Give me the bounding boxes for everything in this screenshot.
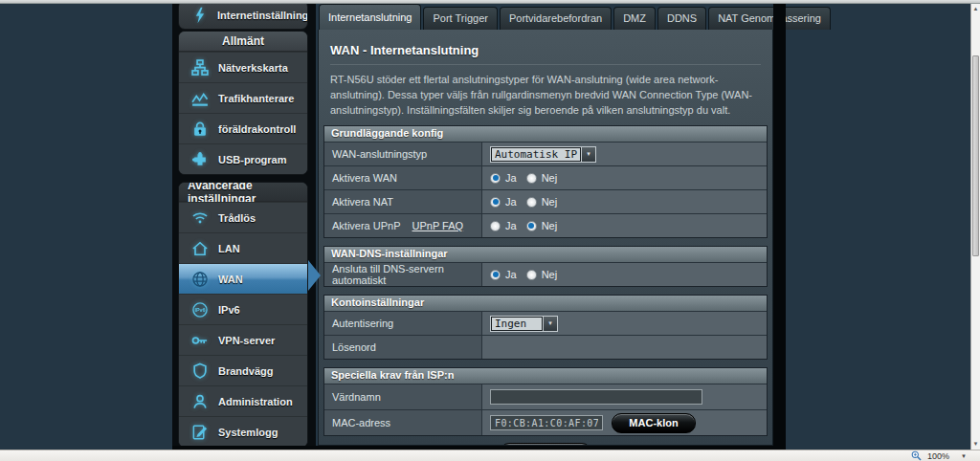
mac-clone-button[interactable]: MAC-klon xyxy=(612,413,696,433)
radio-label: Nej xyxy=(542,196,558,208)
scroll-down-arrow-icon[interactable]: ▼ xyxy=(971,439,980,450)
sidebar-item-label: Internetinställning xyxy=(217,10,308,21)
scroll-up-arrow-icon[interactable]: ▲ xyxy=(971,4,980,14)
tab-port-trigger[interactable]: Port Trigger xyxy=(423,7,497,30)
lightning-icon xyxy=(190,6,210,25)
sidebar-group-header: Allmänt xyxy=(179,32,307,52)
section-account: Kontoinställningar Autentisering Ingen ▾… xyxy=(323,295,768,360)
lock-icon xyxy=(190,120,210,139)
radio-icon xyxy=(526,197,537,208)
sidebar-item-label: WAN xyxy=(218,274,243,285)
sidebar-item-wan[interactable]: WAN xyxy=(179,263,307,294)
sidebar-item-vpn-server[interactable]: VPN-server xyxy=(179,324,307,355)
radio-nat-no[interactable]: Nej xyxy=(526,196,558,208)
sidebar-item-systemlogg[interactable]: Systemlogg xyxy=(179,416,307,447)
sidebar-item-ipv6[interactable]: IPv6 IPv6 xyxy=(179,294,307,324)
sidebar-item-foraldrakontroll[interactable]: föräldrakontroll xyxy=(179,113,307,143)
field-label: Autentisering xyxy=(332,318,393,329)
sidebar-item-brandvagg[interactable]: Brandvägg xyxy=(179,355,307,385)
content-right-gutter xyxy=(773,4,786,450)
section-header: Speciella krav från ISP:n xyxy=(324,368,767,384)
tab-nat-genompassering[interactable]: NAT Genompassering xyxy=(708,7,831,30)
radio-nat-yes[interactable]: Ja xyxy=(490,196,517,208)
tab-dmz[interactable]: DMZ xyxy=(613,7,656,30)
sidebar-item-label: Administration xyxy=(218,396,293,407)
row-wan-type: WAN-anslutningstyp Automatisk IP ▾ xyxy=(324,142,767,165)
section-isp-requirements: Speciella krav från ISP:n Värdnamn MAC-a… xyxy=(323,367,768,436)
section-header: Kontoinställningar xyxy=(324,296,767,311)
field-label: Värdnamn xyxy=(332,391,381,403)
wan-type-select[interactable]: Automatisk IP ▾ xyxy=(490,146,596,163)
puzzle-icon xyxy=(190,150,210,169)
sidebar-item-lan[interactable]: LAN xyxy=(179,232,307,263)
tab-portvidarebefordran[interactable]: Portvidarebefordran xyxy=(500,7,612,30)
hostname-input[interactable] xyxy=(490,389,702,405)
sidebar-group-header: Avancerade inställningar xyxy=(179,183,307,202)
radio-label: Nej xyxy=(542,269,558,280)
svg-text:IPv6: IPv6 xyxy=(194,307,205,313)
browser-status-bar: 100% ▼ xyxy=(0,450,980,461)
sidebar-item-label: Trådlös xyxy=(218,212,256,224)
radio-dns-no[interactable]: Nej xyxy=(526,269,558,280)
authentication-select[interactable]: Ingen ▾ xyxy=(490,316,558,332)
sidebar-item-tradlos[interactable]: Trådlös xyxy=(179,202,307,232)
person-icon xyxy=(190,392,210,411)
magnifier-plus-icon[interactable] xyxy=(911,450,922,461)
upnp-faq-link[interactable]: UPnP FAQ xyxy=(412,220,464,231)
radio-icon xyxy=(490,173,501,184)
tab-internetanslutning[interactable]: Internetanslutning xyxy=(319,4,421,30)
radio-wan-no[interactable]: Nej xyxy=(526,172,558,184)
sidebar-item-label: Trafikhanterare xyxy=(218,93,294,104)
field-label: Ansluta till DNS-servern automatiskt xyxy=(332,263,481,286)
scrollbar-thumb[interactable] xyxy=(972,55,979,256)
radio-icon xyxy=(490,221,501,231)
ipv6-globe-icon: IPv6 xyxy=(190,300,210,319)
field-label: Aktivera WAN xyxy=(332,172,397,184)
sidebar-group-advanced: Avancerade inställningar Trådlös LAN xyxy=(178,182,308,448)
router-page: Internetinställning Allmänt Nätverkskart… xyxy=(0,4,970,450)
radio-upnp-yes[interactable]: Ja xyxy=(490,220,517,231)
key-icon xyxy=(190,331,210,350)
radio-dns-yes[interactable]: Ja xyxy=(490,269,517,280)
zoom-level[interactable]: 100% xyxy=(927,451,949,461)
radio-label: Nej xyxy=(542,220,558,231)
field-label: Aktivera NAT xyxy=(332,196,393,208)
selected-item-arrow xyxy=(308,260,321,291)
page-description: RT-N56U stöder ett flertal anslutningsty… xyxy=(330,72,759,118)
radio-wan-yes[interactable]: Ja xyxy=(490,172,517,184)
traffic-chart-icon xyxy=(190,89,210,108)
radio-icon xyxy=(526,270,537,280)
section-basic-config: Grundläggande konfig WAN-anslutningstyp … xyxy=(323,125,768,238)
row-enable-wan: Aktivera WAN Ja Nej xyxy=(324,165,767,189)
row-hostname: Värdnamn xyxy=(324,384,767,409)
radio-icon xyxy=(490,270,501,280)
field-label: WAN-anslutningstyp xyxy=(332,148,427,160)
row-password: Lösenord xyxy=(324,335,767,359)
sidebar-item-label: föräldrakontroll xyxy=(218,123,296,135)
radio-icon xyxy=(490,197,501,208)
radio-label: Nej xyxy=(542,172,558,184)
radio-label: Ja xyxy=(505,196,517,208)
browser-scrollbar[interactable]: ▲ ▼ xyxy=(970,4,980,450)
mac-address-input[interactable] xyxy=(490,415,603,430)
sidebar-item-label: IPv6 xyxy=(218,304,240,316)
radio-icon xyxy=(526,173,537,184)
tab-ddns[interactable]: DDNS xyxy=(657,7,706,30)
sidebar-item-internetinstallning[interactable]: Internetinställning xyxy=(178,4,308,30)
field-label: MAC-adress xyxy=(332,417,390,428)
section-header: WAN-DNS-inställningar xyxy=(324,247,767,262)
selected-option: Ingen xyxy=(492,318,542,330)
password-value-empty xyxy=(482,336,767,359)
sidebar-item-usb-program[interactable]: USB-program xyxy=(179,143,307,174)
zoom-menu-arrow-icon[interactable]: ▼ xyxy=(961,453,967,459)
sidebar-item-administration[interactable]: Administration xyxy=(179,385,307,416)
sidebar-item-trafikhanterare[interactable]: Trafikhanterare xyxy=(179,82,307,113)
selected-option: Automatisk IP xyxy=(492,148,580,161)
radio-upnp-no[interactable]: Nej xyxy=(526,220,558,231)
sidebar-item-natverkskarta[interactable]: Nätverkskarta xyxy=(179,52,307,82)
main-content: Internetanslutning Port Trigger Portvida… xyxy=(318,4,773,446)
shield-icon xyxy=(190,362,210,381)
home-icon xyxy=(190,239,210,258)
radio-icon xyxy=(526,221,537,231)
chevron-down-icon: ▾ xyxy=(581,147,595,162)
